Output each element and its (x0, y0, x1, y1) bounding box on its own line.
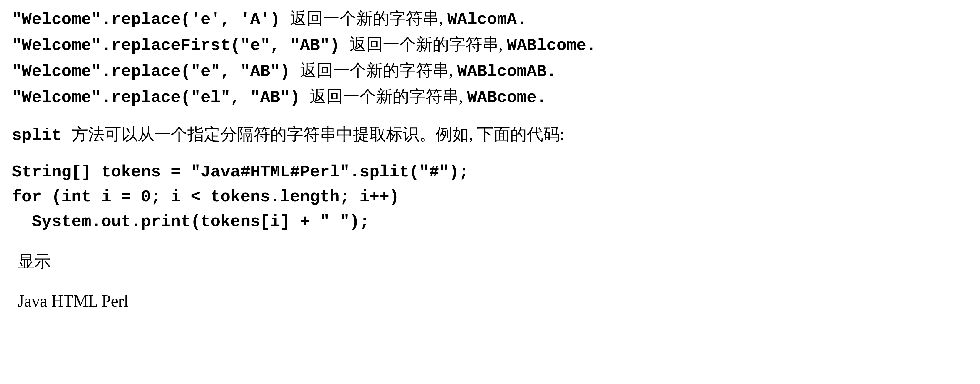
code-expression: "Welcome".replace("el", "AB") (12, 88, 310, 107)
code-expression: "Welcome".replaceFirst("e", "AB") (12, 36, 350, 55)
description-text: 返回一个新的字符串, (310, 87, 467, 105)
output-text: Java HTML Perl (18, 288, 968, 313)
result-text: WAlcomA. (447, 10, 527, 29)
paragraph-text: 方法可以从一个指定分隔符的字符串中提取标识。例如, 下面的代码: (72, 125, 565, 143)
example-line-3: "Welcome".replace("e", "AB") 返回一个新的字符串, … (12, 58, 968, 84)
code-block: String[] tokens = "Java#HTML#Perl".split… (12, 159, 968, 234)
result-text: WABlcome. (507, 36, 596, 55)
result-text: WABcome. (467, 88, 547, 107)
example-line-4: "Welcome".replace("el", "AB") 返回一个新的字符串,… (12, 84, 968, 110)
description-text: 返回一个新的字符串, (300, 61, 457, 80)
description-text: 返回一个新的字符串, (290, 9, 447, 27)
example-line-1: "Welcome".replace('e', 'A') 返回一个新的字符串, W… (12, 6, 968, 32)
split-keyword: split (12, 126, 72, 145)
code-expression: "Welcome".replace('e', 'A') (12, 10, 290, 29)
code-expression: "Welcome".replace("e", "AB") (12, 62, 300, 81)
example-line-2: "Welcome".replaceFirst("e", "AB") 返回一个新的… (12, 32, 968, 58)
result-text: WABlcomAB. (457, 62, 557, 81)
code-line-2: for (int i = 0; i < tokens.length; i++) (12, 185, 968, 209)
description-text: 返回一个新的字符串, (350, 35, 507, 54)
code-line-3: System.out.print(tokens[i] + " "); (12, 209, 968, 234)
code-line-1: String[] tokens = "Java#HTML#Perl".split… (12, 159, 968, 185)
output-label: 显示 (18, 249, 968, 274)
split-description-paragraph: split 方法可以从一个指定分隔符的字符串中提取标识。例如, 下面的代码: (12, 122, 968, 148)
